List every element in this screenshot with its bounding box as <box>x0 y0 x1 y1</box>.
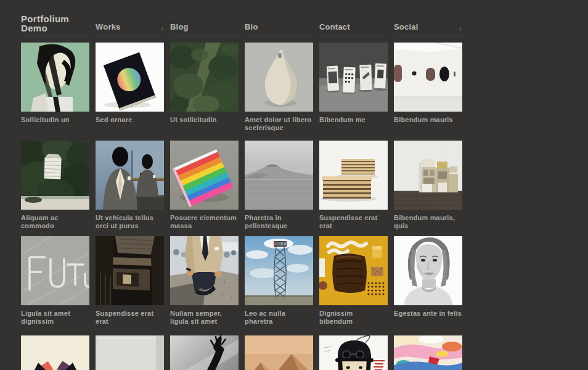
arrow-down-icon: ↓ <box>161 25 165 31</box>
portfolio-item-suspendisse-stairwell[interactable]: Suspendisse erat erat <box>96 236 164 335</box>
nav-item-label: Bio <box>245 22 258 31</box>
portfolio-caption: Suspendisse erat erat <box>319 214 388 230</box>
portfolio-caption: Bibendum me <box>319 116 388 124</box>
thumbnail-building-in-forest-image <box>21 141 89 210</box>
portfolio-caption: Bibendum mauris, quis <box>394 214 462 230</box>
thumbnail-capped-figure-illustration-image <box>319 335 388 370</box>
thumbnail-gallery-wall-image <box>394 43 462 112</box>
thumbnail-chocolate-on-yellow-image <box>319 236 388 305</box>
portfolio-row-1: Sollicitudin un Sed ornare <box>21 43 462 141</box>
nav-item-contact[interactable]: Contact <box>319 0 388 36</box>
portfolio-caption: Ut vehicula tellus orci ut purus <box>96 214 164 230</box>
portfolio-item-pharetra[interactable]: Pharetra in pellentesque <box>245 141 313 236</box>
nav-item-label: Works <box>96 22 121 31</box>
thumbnail-cardboard-shelf-image <box>394 141 462 210</box>
portfolio-item-row4-2[interactable] <box>96 335 164 369</box>
thumbnail-standing-booklets-image <box>319 43 388 112</box>
portfolio-item-sed-ornare[interactable]: Sed ornare <box>96 43 164 141</box>
portfolio-caption: Ut sollicitudin <box>170 116 239 124</box>
portfolio-caption: Egestas ante in felis <box>394 310 462 318</box>
thumbnail-green-ink-portrait-image <box>21 43 89 112</box>
portfolio-caption: Bibendum mauris <box>394 116 462 124</box>
portfolio-item-ut-vehicula[interactable]: Ut vehicula tellus orci ut purus <box>96 141 164 236</box>
thumbnail-rainbow-book-image <box>170 141 239 210</box>
portfolio-item-posuere-elementum[interactable]: Posuere elementum massa <box>170 141 239 236</box>
portfolio-caption: Sollicitudin un <box>21 116 89 124</box>
portfolio-item-row4-4[interactable] <box>245 335 313 369</box>
site-title[interactable]: Portfolium Demo <box>21 0 89 36</box>
thumbnail-forest-ravine-image <box>170 43 239 112</box>
portfolio-item-row4-6[interactable] <box>394 335 462 369</box>
portfolio-caption: Posuere elementum massa <box>170 214 239 230</box>
portfolio-item-nullam-semper[interactable]: Nullam semper, ligula sit amet <box>170 236 239 335</box>
thumbnail-colorful-wings-image <box>21 335 89 370</box>
portfolio-row-2: Aliquam ac commodo <box>21 141 462 236</box>
thumbnail-seated-man-suit-image <box>170 236 239 305</box>
site-header: Portfolium Demo Works ↓ Blog Bio Contact… <box>21 0 462 36</box>
portfolio-item-amet-dolor[interactable]: Amet dolor ut libero scelerisque <box>245 43 313 141</box>
portfolio-caption: Nullam semper, ligula sit amet <box>170 310 239 326</box>
thumbnail-wooden-pallets-image <box>319 141 388 210</box>
portfolio-page: Portfolium Demo Works ↓ Blog Bio Contact… <box>21 0 462 369</box>
portfolio-item-sollicitudin-un[interactable]: Sollicitudin un <box>21 43 89 141</box>
nav-item-label: Social <box>394 22 419 31</box>
portfolio-item-suspendisse-pallets[interactable]: Suspendisse erat erat <box>319 141 388 236</box>
portfolio-item-row4-5[interactable] <box>319 335 388 369</box>
portfolio-item-row4-1[interactable] <box>21 335 89 369</box>
thumbnail-arm-silhouette-image <box>170 335 239 370</box>
portfolio-item-dignissim[interactable]: Dignissim bibendum <box>319 236 388 335</box>
site-title-line2: Demo <box>21 23 89 33</box>
portfolio-row-3: Ligula sit amet dignissim Suspendisse er… <box>21 236 462 335</box>
portfolio-row-4 <box>21 335 462 369</box>
portfolio-caption: Suspendisse erat erat <box>96 310 164 326</box>
portfolio-item-row4-3[interactable] <box>170 335 239 369</box>
portfolio-item-egestas[interactable]: Egestas ante in felis <box>394 236 462 335</box>
thumbnail-cream-bag-image <box>245 43 313 112</box>
portfolio-caption: Leo ac nulla pharetra <box>245 310 313 326</box>
site-title-line1: Portfolium <box>21 14 89 23</box>
thumbnail-colorful-abstract-image <box>394 335 462 370</box>
nav-item-blog[interactable]: Blog <box>170 0 239 36</box>
portfolio-caption: Ligula sit amet dignissim <box>21 310 89 326</box>
thumbnail-gray-panel-image <box>96 335 164 370</box>
portfolio-item-bibendum-mauris[interactable]: Bibendum mauris <box>394 43 462 141</box>
nav-item-label: Contact <box>319 22 350 31</box>
nav-item-label: Blog <box>170 22 189 31</box>
portfolio-item-bibendum-quis[interactable]: Bibendum mauris, quis <box>394 141 462 236</box>
thumbnail-tan-mountains-image <box>245 335 313 370</box>
portfolio-caption: Amet dolor ut libero scelerisque <box>245 116 313 132</box>
arrow-down-icon: ↓ <box>459 25 463 31</box>
portfolio-caption: Pharetra in pellentesque <box>245 214 313 230</box>
portfolio-caption: Aliquam ac commodo <box>21 214 89 230</box>
thumbnail-woman-portrait-bw-image <box>394 236 462 305</box>
thumbnail-lattice-tower-image <box>245 236 313 305</box>
portfolio-caption: Dignissim bibendum <box>319 310 388 326</box>
portfolio-item-bibendum-me[interactable]: Bibendum me <box>319 43 388 141</box>
nav-item-works[interactable]: Works ↓ <box>96 0 164 36</box>
nav-item-bio[interactable]: Bio <box>245 0 313 36</box>
thumbnail-suited-men-mirror-image <box>96 141 164 210</box>
portfolio-caption: Sed ornare <box>96 116 164 124</box>
thumbnail-misty-coast-image <box>245 141 313 210</box>
nav-item-social[interactable]: Social ↓ <box>394 0 462 36</box>
thumbnail-black-book-rainbow-circle-image <box>96 43 164 112</box>
portfolio-item-ligula[interactable]: Ligula sit amet dignissim <box>21 236 89 335</box>
thumbnail-concrete-stairwell-image <box>96 236 164 305</box>
thumbnail-futu-typography-image <box>21 236 89 305</box>
portfolio-item-leo-ac-nulla[interactable]: Leo ac nulla pharetra <box>245 236 313 335</box>
portfolio-item-ut-sollicitudin[interactable]: Ut sollicitudin <box>170 43 239 141</box>
portfolio-item-aliquam-ac-commodo[interactable]: Aliquam ac commodo <box>21 141 89 236</box>
